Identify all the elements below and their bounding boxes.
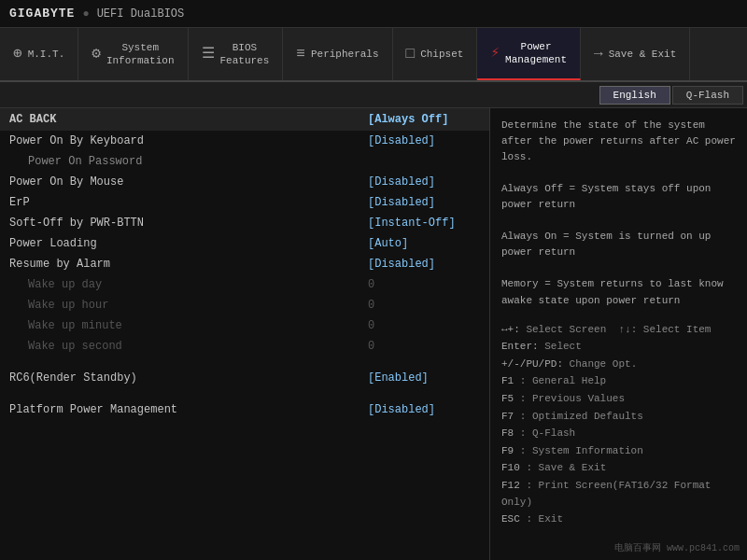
- brand-name: GIGABYTE: [9, 7, 75, 21]
- platform-power-value: [Disabled]: [368, 403, 480, 416]
- tab-peripherals-label: Peripherals: [311, 48, 379, 61]
- save-exit-icon: →: [594, 45, 603, 64]
- bios-features-icon: ☰: [202, 45, 215, 64]
- tab-power-management[interactable]: ⚡ PowerManagement: [477, 28, 581, 80]
- chipset-icon: □: [406, 45, 416, 64]
- soft-off-row[interactable]: Soft-Off by PWR-BTTN [Instant-Off]: [0, 213, 489, 233]
- right-panel: Determine the state of the system after …: [490, 108, 747, 560]
- power-on-keyboard-label: Power On By Keyboard: [9, 134, 368, 147]
- system-info-icon: ⚙: [92, 45, 101, 64]
- wake-day-label: Wake up day: [9, 278, 368, 291]
- help-line-change: +/-/PU/PD: Change Opt.: [501, 357, 736, 373]
- tab-mit-label: M.I.T.: [28, 48, 65, 61]
- power-on-mouse-label: Power On By Mouse: [9, 175, 368, 189]
- rc6-row[interactable]: RC6(Render Standby) [Enabled]: [0, 368, 489, 388]
- ac-back-value: [Always Off]: [368, 113, 480, 126]
- help-line-f1: F1 : General Help: [501, 373, 736, 390]
- erp-row[interactable]: ErP [Disabled]: [0, 192, 489, 213]
- help-line-f12: F12 : Print Screen(FAT16/32 Format Only): [501, 478, 736, 511]
- soft-off-label: Soft-Off by PWR-BTTN: [9, 217, 368, 230]
- help-line-f7: F7 : Optimized Defaults: [501, 409, 736, 426]
- power-on-password-label: Power On Password: [9, 155, 368, 168]
- english-button[interactable]: English: [599, 86, 670, 105]
- help-keys: ↔+: Select Screen ↑↓: Select Item Enter:…: [501, 322, 736, 528]
- wake-minute-value: 0: [368, 319, 480, 332]
- wake-day-value: 0: [368, 278, 480, 291]
- platform-power-row[interactable]: Platform Power Management [Disabled]: [0, 399, 489, 420]
- tab-chipset[interactable]: □ Chipset: [393, 28, 478, 80]
- wake-minute-label: Wake up minute: [9, 319, 368, 332]
- tab-peripherals[interactable]: ≡ Peripherals: [283, 28, 392, 80]
- rc6-value: [Enabled]: [368, 371, 480, 385]
- erp-value: [Disabled]: [368, 196, 480, 209]
- resume-alarm-row[interactable]: Resume by Alarm [Disabled]: [0, 254, 489, 274]
- erp-label: ErP: [9, 196, 368, 209]
- main-content: AC BACK [Always Off] Power On By Keyboar…: [0, 108, 747, 560]
- ac-back-header: AC BACK [Always Off]: [0, 108, 489, 131]
- tab-bios-features[interactable]: ☰ BIOSFeatures: [189, 28, 284, 80]
- power-on-mouse-value: [Disabled]: [368, 175, 480, 189]
- power-loading-row[interactable]: Power Loading [Auto]: [0, 233, 489, 254]
- help-line-screen: ↔+: Select Screen ↑↓: Select Item: [501, 322, 736, 339]
- tab-chipset-label: Chipset: [420, 48, 463, 61]
- help-line-esc: ESC : Exit: [501, 511, 736, 528]
- power-on-password-row[interactable]: Power On Password: [0, 151, 489, 172]
- power-on-keyboard-row[interactable]: Power On By Keyboard [Disabled]: [0, 131, 489, 151]
- power-on-keyboard-value: [Disabled]: [368, 134, 480, 147]
- wake-hour-label: Wake up hour: [9, 299, 368, 312]
- tab-system-info[interactable]: ⚙ SystemInformation: [78, 28, 188, 80]
- tab-save-exit-label: Save & Exit: [609, 48, 677, 61]
- resume-alarm-label: Resume by Alarm: [9, 258, 368, 271]
- header-bar: GIGABYTE ● UEFI DualBIOS: [0, 0, 747, 28]
- soft-off-value: [Instant-Off]: [368, 217, 480, 230]
- platform-power-label: Platform Power Management: [9, 403, 368, 416]
- settings-panel: AC BACK [Always Off] Power On By Keyboar…: [0, 108, 490, 560]
- power-loading-label: Power Loading: [9, 237, 368, 250]
- wake-second-row[interactable]: Wake up second 0: [0, 336, 489, 357]
- help-line-f10: F10 : Save & Exit: [501, 460, 736, 477]
- power-on-mouse-row[interactable]: Power On By Mouse [Disabled]: [0, 172, 489, 192]
- watermark: 电脑百事网 www.pc841.com: [614, 541, 740, 554]
- nav-bar: ⊕ M.I.T. ⚙ SystemInformation ☰ BIOSFeatu…: [0, 28, 747, 82]
- power-loading-value: [Auto]: [368, 237, 480, 250]
- qflash-button[interactable]: Q-Flash: [672, 86, 743, 105]
- wake-day-row[interactable]: Wake up day 0: [0, 274, 489, 295]
- rc6-label: RC6(Render Standby): [9, 371, 368, 385]
- help-line-f9: F9 : System Information: [501, 443, 736, 460]
- wake-minute-row[interactable]: Wake up minute 0: [0, 315, 489, 336]
- wake-second-label: Wake up second: [9, 340, 368, 353]
- help-line-f8: F8 : Q-Flash: [501, 426, 736, 442]
- peripherals-icon: ≡: [296, 45, 305, 64]
- sub-header: English Q-Flash: [0, 82, 747, 108]
- tab-mit[interactable]: ⊕ M.I.T.: [0, 28, 78, 80]
- description-text: Determine the state of the system after …: [501, 118, 736, 309]
- wake-second-value: 0: [368, 340, 480, 353]
- tab-power-label: PowerManagement: [505, 40, 567, 67]
- wake-hour-value: 0: [368, 299, 480, 312]
- wake-hour-row[interactable]: Wake up hour 0: [0, 295, 489, 315]
- tab-bios-features-label: BIOSFeatures: [220, 41, 270, 68]
- brand-separator: ●: [82, 7, 89, 21]
- ac-back-label: AC BACK: [9, 113, 368, 126]
- resume-alarm-value: [Disabled]: [368, 258, 480, 271]
- uefi-label: UEFI DualBIOS: [97, 7, 185, 21]
- power-icon: ⚡: [490, 44, 500, 63]
- help-line-enter: Enter: Select: [501, 339, 736, 356]
- tab-save-exit[interactable]: → Save & Exit: [581, 28, 690, 80]
- mit-icon: ⊕: [13, 45, 22, 64]
- tab-system-info-label: SystemInformation: [106, 41, 175, 68]
- help-line-f5: F5 : Previous Values: [501, 391, 736, 408]
